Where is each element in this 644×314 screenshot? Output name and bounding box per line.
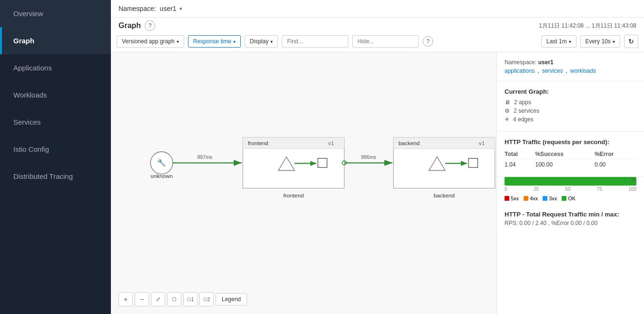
find-input[interactable]	[282, 35, 348, 48]
svg-text:🔧: 🔧	[157, 158, 166, 167]
toolbar-left: Versioned app graph ▾ Response time ▾ Di…	[117, 35, 537, 48]
chevron-icon: ▾	[177, 39, 179, 44]
bottom-controls: + − ⤢ ⎔ ⎔1 ⎔2 Legend	[119, 292, 247, 306]
zoom-in-button[interactable]: +	[119, 292, 133, 306]
stat-services: ⚙ 2 services	[505, 108, 636, 114]
sidebar: Overview Graph Applications Workloads Se…	[0, 0, 111, 314]
bar-axis: 0 25 50 75 100	[505, 186, 636, 192]
legend-color-4xx	[524, 196, 528, 201]
side-panel: »Hide Namespace: user1 applications , se…	[496, 52, 644, 314]
layout-button-1[interactable]: ⎔	[167, 292, 181, 306]
http-traffic-title: HTTP Traffic (requests per second):	[505, 138, 636, 146]
legend-ok: OK	[562, 196, 575, 201]
panel-current-graph-section: Current Graph: 🖥 2 apps ⚙ 2 services ✳ 4…	[497, 81, 644, 132]
toolbar: Versioned app graph ▾ Response time ▾ Di…	[111, 31, 644, 52]
graph-title-row: Graph ? 1月11日 11:42:08 ... 1月11日 11:43:0…	[111, 18, 644, 31]
node-unknown[interactable]: 🔧 unknown	[150, 152, 173, 179]
legend-color-5xx	[505, 196, 509, 201]
sidebar-item-workloads[interactable]: Workloads	[0, 81, 111, 108]
legend-color-3xx	[543, 196, 547, 201]
node-frontend[interactable]: frontend v1 frontend	[243, 137, 344, 198]
svg-text:backend: backend	[434, 192, 455, 198]
legend-4xx: 4xx	[524, 196, 538, 201]
traffic-bar: %	[505, 177, 636, 186]
graph-svg: 🔧 unknown 997ms frontend v1	[111, 52, 496, 314]
chevron-icon: ▾	[233, 39, 236, 44]
legend-5xx: 5xx	[505, 196, 519, 201]
main-content: Namespace: user1 ▾ Graph ? 1月11日 11:42:0…	[111, 0, 644, 314]
monitor-icon: 🖥	[505, 99, 510, 106]
sidebar-item-overview[interactable]: Overview	[0, 0, 111, 27]
col-error: %Error	[594, 149, 636, 159]
last-time-dropdown[interactable]: Last 1m ▾	[541, 35, 576, 48]
fit-button[interactable]: ⤢	[151, 292, 165, 306]
sidebar-item-graph[interactable]: Graph	[0, 27, 111, 54]
sidebar-item-label: Graph	[13, 37, 34, 45]
svg-text:v1: v1	[479, 140, 485, 146]
namespace-value: user1	[160, 5, 177, 12]
toolbar-right: Last 1m ▾ Every 10s ▾ ↻	[541, 35, 638, 48]
panel-link-services[interactable]: services	[542, 68, 563, 74]
svg-text:frontend: frontend	[248, 140, 268, 146]
layout-button-3[interactable]: ⎔2	[199, 292, 214, 306]
graph-canvas[interactable]: 🔧 unknown 997ms frontend v1	[111, 52, 496, 314]
svg-text:v1: v1	[328, 140, 334, 146]
namespace-selector[interactable]: Namespace: user1 ▾	[119, 5, 182, 12]
node-backend[interactable]: backend v1 backend	[394, 137, 495, 198]
chart-legend: 5xx 4xx 3xx OK	[497, 196, 644, 205]
sidebar-item-label: Distributed Tracing	[13, 172, 73, 180]
metric-dropdown[interactable]: Response time ▾	[188, 35, 241, 48]
svg-text:frontend: frontend	[283, 192, 304, 198]
edges-icon: ✳	[505, 116, 509, 123]
panel-namespace-label: Namespace: user1	[505, 59, 636, 66]
zoom-out-button[interactable]: −	[135, 292, 149, 306]
legend-color-ok	[562, 196, 566, 201]
sidebar-item-label: Applications	[13, 64, 52, 72]
panel-link-applications[interactable]: applications	[505, 68, 535, 74]
sidebar-item-label: Workloads	[13, 91, 47, 99]
chevron-icon: ▾	[270, 39, 273, 44]
col-total: Total	[505, 149, 535, 159]
traffic-bar-wrapper: % 0 25 50 75 100	[497, 177, 644, 196]
chevron-icon: ▾	[613, 39, 615, 44]
stat-edges: ✳ 4 edges	[505, 116, 636, 123]
chevron-icon: ▾	[569, 39, 571, 44]
sidebar-item-label: Istio Config	[13, 145, 49, 153]
sidebar-item-applications[interactable]: Applications	[0, 54, 111, 81]
sidebar-item-label: Overview	[13, 10, 43, 18]
layout-button-2[interactable]: ⎔1	[183, 292, 198, 306]
refresh-button[interactable]: ↻	[624, 35, 638, 48]
namespace-prefix: Namespace:	[119, 5, 156, 12]
hide-input[interactable]	[352, 35, 419, 48]
graph-type-dropdown[interactable]: Versioned app graph ▾	[117, 35, 184, 48]
legend-button[interactable]: Legend	[216, 293, 247, 305]
legend-3xx: 3xx	[543, 196, 557, 201]
traffic-table: Total %Success %Error 1.04 100.00 0.00	[505, 149, 636, 170]
bottom-title: HTTP - Total Request Traffic min / max:	[497, 205, 644, 220]
display-dropdown[interactable]: Display ▾	[245, 35, 278, 48]
panel-links: applications , services , workloads	[505, 68, 636, 74]
sidebar-item-label: Services	[13, 118, 41, 126]
svg-text:996ms: 996ms	[361, 154, 376, 160]
col-success: %Success	[535, 149, 594, 159]
graph-help-icon[interactable]: ?	[145, 20, 155, 31]
svg-text:997ms: 997ms	[197, 154, 212, 160]
panel-link-workloads[interactable]: workloads	[570, 68, 596, 74]
cell-error: 0.00	[594, 159, 636, 170]
current-graph-title: Current Graph:	[505, 88, 636, 95]
graph-area: 🔧 unknown 997ms frontend v1	[111, 52, 644, 314]
cell-success: 100.00	[535, 159, 594, 170]
topbar: Namespace: user1 ▾	[111, 0, 644, 18]
sidebar-item-istio-config[interactable]: Istio Config	[0, 136, 111, 163]
bottom-rps: RPS: 0.00 / 2.40 , %Error 0.00 / 0.00	[497, 220, 644, 230]
time-range-display: 1月11日 11:42:08 ... 1月11日 11:43:08	[539, 22, 636, 30]
svg-text:unknown: unknown	[150, 173, 173, 179]
table-row: 1.04 100.00 0.00	[505, 159, 636, 170]
namespace-chevron: ▾	[179, 6, 182, 12]
every-time-dropdown[interactable]: Every 10s ▾	[580, 35, 620, 48]
filter-help-icon[interactable]: ?	[423, 36, 433, 47]
sidebar-item-services[interactable]: Services	[0, 108, 111, 136]
panel-http-traffic-section: HTTP Traffic (requests per second): Tota…	[497, 132, 644, 177]
stat-apps: 🖥 2 apps	[505, 99, 636, 106]
sidebar-item-distributed-tracing[interactable]: Distributed Tracing	[0, 163, 111, 190]
